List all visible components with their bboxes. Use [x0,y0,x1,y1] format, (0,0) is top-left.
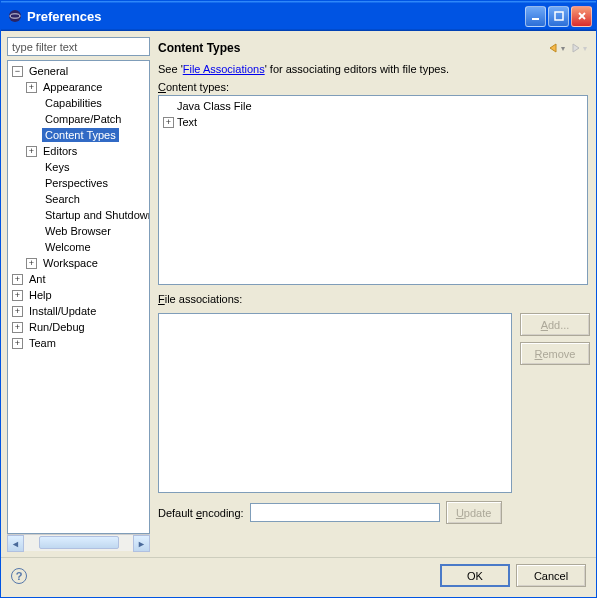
tree-item-compare[interactable]: Compare/Patch [42,112,124,126]
tree-item-search[interactable]: Search [42,192,83,206]
encoding-label: Default encoding: [158,507,244,519]
back-button[interactable]: ▾ [546,39,566,57]
update-button[interactable]: Update [446,501,502,524]
expand-icon[interactable]: + [12,322,23,333]
button-bar: ? OK Cancel [1,557,596,593]
tree-item-welcome[interactable]: Welcome [42,240,94,254]
maximize-button[interactable] [548,6,569,27]
expand-icon[interactable]: + [26,146,37,157]
tree-item-ant[interactable]: Ant [26,272,49,286]
tree-item-appearance[interactable]: Appearance [40,80,105,94]
expand-icon[interactable]: + [12,274,23,285]
left-pane: −General +Appearance Capabilities Compar… [7,37,150,551]
svg-rect-3 [555,12,563,20]
help-icon[interactable]: ? [11,568,27,584]
close-button[interactable] [571,6,592,27]
remove-button[interactable]: Remove [520,342,590,365]
description-text: See 'File Associations' for associating … [156,63,590,81]
encoding-input[interactable] [250,503,440,522]
content-types-list[interactable]: Java Class File +Text [158,95,588,285]
tree-item-content-types[interactable]: Content Types [42,128,119,142]
content-type-item[interactable]: Text [177,116,197,128]
titlebar[interactable]: Preferences [1,1,596,31]
cancel-button[interactable]: Cancel [516,564,586,587]
tree-item-capabilities[interactable]: Capabilities [42,96,105,110]
window-title: Preferences [27,9,525,24]
tree-item-web-browser[interactable]: Web Browser [42,224,114,238]
svg-rect-2 [532,18,539,20]
tree-item-startup[interactable]: Startup and Shutdown [42,208,150,222]
scroll-right-button[interactable]: ► [133,535,150,552]
right-pane: Content Types ▾ ▾ See 'File Associations… [156,37,590,551]
file-associations-link[interactable]: File Associations [183,63,265,75]
tree-item-general[interactable]: General [26,64,71,78]
expand-icon[interactable]: + [26,82,37,93]
svg-point-0 [9,10,21,22]
expand-icon[interactable]: + [163,117,174,128]
collapse-icon[interactable]: − [12,66,23,77]
tree-item-install[interactable]: Install/Update [26,304,99,318]
eclipse-icon [7,8,23,24]
file-associations-list[interactable] [158,313,512,493]
tree-item-workspace[interactable]: Workspace [40,256,101,270]
tree-item-keys[interactable]: Keys [42,160,72,174]
expand-icon[interactable]: + [12,306,23,317]
content-types-label: Content types: [156,81,590,95]
add-button[interactable]: Add... [520,313,590,336]
expand-icon[interactable]: + [12,290,23,301]
scroll-thumb[interactable] [39,536,119,549]
tree-item-perspectives[interactable]: Perspectives [42,176,111,190]
page-title: Content Types [158,41,240,55]
tree-item-team[interactable]: Team [26,336,59,350]
scroll-left-button[interactable]: ◄ [7,535,24,552]
file-associations-label: File associations: [156,293,590,307]
tree-item-editors[interactable]: Editors [40,144,80,158]
expand-icon[interactable]: + [12,338,23,349]
ok-button[interactable]: OK [440,564,510,587]
filter-input[interactable] [7,37,150,56]
expand-icon[interactable]: + [26,258,37,269]
minimize-button[interactable] [525,6,546,27]
tree-item-help[interactable]: Help [26,288,55,302]
preference-tree[interactable]: −General +Appearance Capabilities Compar… [7,60,150,534]
content-type-item[interactable]: Java Class File [177,100,252,112]
forward-button[interactable]: ▾ [568,39,588,57]
horizontal-scrollbar[interactable]: ◄ ► [7,534,150,551]
tree-item-run[interactable]: Run/Debug [26,320,88,334]
